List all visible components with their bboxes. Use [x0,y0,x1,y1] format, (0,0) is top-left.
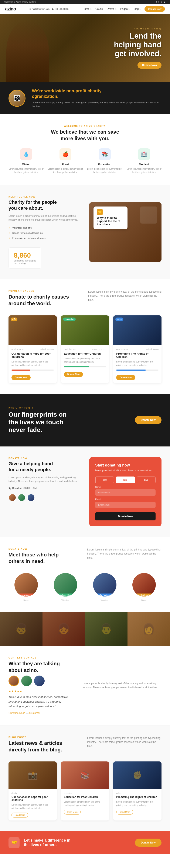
nav-donate-button[interactable]: Donate Now [144,6,165,12]
team-section: Donate Now Meet those who helpothers in … [0,537,170,612]
cause-goal-1: Goal: $28,418 [11,348,24,350]
top-bar-social-ig[interactable]: ig [161,1,162,3]
fingerprint-donate-button[interactable]: Donate Now [135,416,162,424]
nav-contact: ✉ mail@domain.com 📞 266 386 55000 [30,8,69,10]
about-strip: 👨‍👩‍👧 We're worldwide non-profit charity… [0,82,170,114]
fingerprint-title: Our fingerprints onthe lives we touchnev… [8,411,81,434]
support-badge: 💛 Why to think to support the life of th… [93,207,127,229]
cause-card-1: Life Goal: $28,418 Raised: $10,000 Our d… [8,315,57,383]
cause-progress-fill-3 [116,370,146,371]
gallery-item-1: 👦 [0,612,42,646]
blog-section: Blog Posts Latest news & articlesdirectl… [0,725,170,831]
team-member-4: Muhle Figurine Donor [126,573,162,601]
charity-list-item-1: Volunteer plug offs [8,225,81,230]
amount-btn-50[interactable]: $50 [137,476,156,483]
team-member-2: Michael Chan Volunteer [48,573,83,601]
blog-meta-3: rights [116,792,159,794]
top-bar-social-tw[interactable]: t [158,1,159,3]
nav-home[interactable]: Home 1 [83,7,92,10]
hero-donate-button[interactable]: Donate Now [137,62,162,69]
team-badge-2: Michael Chan [57,593,74,596]
nav-blog[interactable]: Blog 1 [133,7,141,10]
causes-header-left: Popular Causes Donate to charity causesa… [8,290,82,309]
name-field-group: Name [95,486,156,496]
footer-donate-button[interactable]: Donate Now [135,839,162,847]
name-label: Name [95,486,156,488]
form-desc: Lorem ipsum think of all the most of sup… [95,469,156,472]
blog-read-btn-3[interactable]: Read More [116,810,133,814]
blog-read-btn-1[interactable]: Read More [11,813,28,817]
cause-donate-btn-3[interactable]: Donate Now [116,375,135,380]
stat-box: 8,860 donations campaignsare running [8,247,41,269]
blog-title-3: Promoting The Rights of Children [116,796,159,799]
service-education-name: Education [87,163,122,166]
blog-body-2: education Education for Poor Children Lo… [61,789,109,817]
service-education-desc: Lorem ipsum is simply dummy text of the … [87,167,122,174]
about-img: 👨‍👩‍👧 [8,90,26,107]
service-food-name: Food [48,163,83,166]
cause-meta-3: Goal: $15,000 Raised: $9,000 [116,348,159,350]
testimonial-img-2[interactable] [21,676,32,686]
avatar-3 [27,494,35,501]
blog-img-1: 📸 [8,762,57,789]
hero-title: Lend thehelping handget involved. [114,32,162,58]
testimonial-title: What they are talkingabout azino. [8,660,74,674]
cause-donate-btn-2[interactable]: Donate Now [64,372,83,377]
cause-title-2: Education for Poor Children [64,352,106,355]
team-label: Donate Now [8,548,83,550]
amount-btn-20[interactable]: $20 [116,476,135,483]
form-submit-button[interactable]: Donate Now [95,512,156,520]
donate-desc: Lorem ipsum is simply dummy text of the … [8,475,81,483]
food-icon: 🍎 [59,148,72,160]
gallery-icon-4: 👩 [127,612,170,646]
nav-pages[interactable]: Pages 1 [120,7,130,10]
gallery-icon-1: 👦 [0,612,42,646]
nav-email: ✉ mail@domain.com [30,8,49,10]
avatar-1 [8,494,16,501]
stat-number: 8,860 [14,251,36,259]
causes-header: Popular Causes Donate to charity causesa… [8,290,162,309]
team-desc: Lorem ipsum is simply dummy text of the … [87,548,162,560]
footer-icon-box: 🤝 [8,837,19,848]
testimonial-img-1[interactable] [8,676,19,686]
gallery-item-2: 👧 [42,612,85,646]
email-field-group: Email [95,498,156,508]
testimonial-author: Christine Rose — Customer [8,712,74,715]
blog-card-3: ✊ rights Promoting The Rights of Childre… [113,762,162,820]
cause-img-3: Save [113,315,162,345]
blog-img-2: 📚 [61,762,109,789]
top-bar-social-fb[interactable]: f [156,1,157,3]
email-input[interactable] [95,502,156,508]
top-bar: Welcome to Azino charity platform f t ig… [0,0,170,4]
charity-list-item-3: Enim solicum digitorum plonsam [8,236,81,241]
cause-badge-2: Education [63,317,76,321]
name-input[interactable] [95,489,156,496]
services-grid: 💧 Water Lorem ipsum is simply dummy text… [8,148,162,174]
top-bar-social-yt[interactable]: ▶ [164,1,166,3]
testimonial-content: Our Testimonials What they are talkingab… [8,657,74,715]
charity-title: Charity for the peopleyou care about. [8,199,81,211]
nav-cause[interactable]: Cause [95,7,103,10]
fingerprint-label: Help Other People [8,407,81,409]
nav-events[interactable]: Events 1 [107,7,117,10]
cause-title-1: Our donation is hope for poor childrens [11,352,54,359]
cause-donate-btn-1[interactable]: Donate Now [11,375,31,380]
cause-img-2: Education [61,315,109,345]
causes-title: Donate to charity causesaround the world… [8,293,82,307]
blog-meta-2: education [64,792,106,794]
testimonial-imgs [8,676,74,686]
believe-title: We believe that we can savemore lives wi… [8,128,162,142]
blog-title-2: Education for Poor Children [64,796,106,799]
blog-read-btn-2[interactable]: Read More [64,810,81,814]
testimonial-img-3[interactable] [34,676,45,686]
service-water-name: Water [8,163,44,166]
cause-meta-2: Goal: $20,000 Raised: $12,000 [64,348,106,350]
blog-title-1: Our donation is hope for poor childrens [11,796,54,802]
cause-progress-fill-1 [11,370,30,371]
causes-label: Popular Causes [8,290,82,292]
team-badge-1: Casey Dawson [17,593,35,596]
amount-btn-10[interactable]: $10 [95,476,114,483]
top-bar-right: f t ig ▶ [156,1,166,3]
fingerprint-right: Donate Now [89,416,162,424]
blog-body-3: rights Promoting The Rights of Children … [113,789,162,817]
